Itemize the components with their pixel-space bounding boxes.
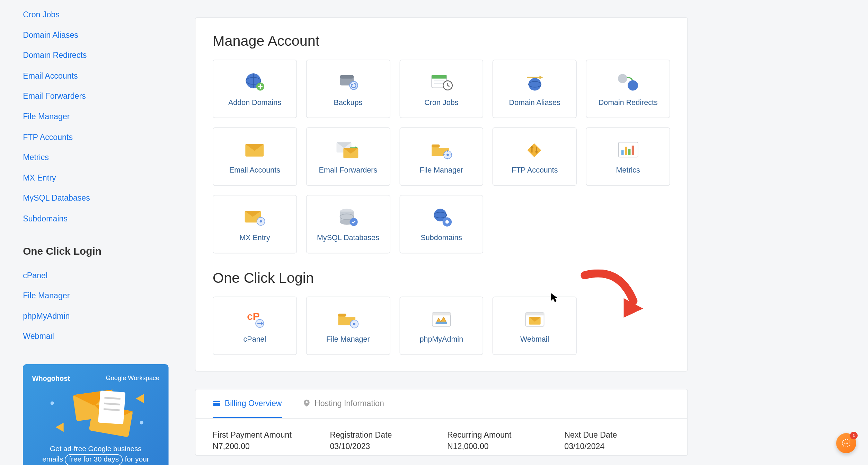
- card-cron-jobs[interactable]: Cron Jobs: [399, 60, 484, 118]
- sidebar-link-metrics[interactable]: Metrics: [23, 148, 172, 168]
- card-file-manager[interactable]: File Manager: [399, 127, 484, 186]
- tab-billing-overview[interactable]: Billing Overview: [213, 389, 282, 418]
- card-email-forwarders[interactable]: Email Forwarders: [306, 127, 390, 186]
- login-card-grid: cP cPanel File Manager phpMyAdmin: [213, 297, 670, 355]
- chat-fab[interactable]: 1: [836, 433, 856, 453]
- svg-point-25: [529, 78, 541, 90]
- card-label: Domain Aliases: [509, 98, 560, 106]
- svg-rect-49: [625, 147, 627, 155]
- card-domain-aliases[interactable]: Domain Aliases: [493, 60, 577, 118]
- card-mysql-databases[interactable]: MySQL Databases: [306, 195, 390, 254]
- card-webmail[interactable]: Webmail: [493, 297, 577, 355]
- svg-line-7: [104, 409, 119, 410]
- svg-point-85: [846, 443, 847, 444]
- card-label: Addon Domains: [228, 98, 281, 106]
- card-label: Webmail: [520, 335, 549, 343]
- svg-marker-9: [136, 394, 144, 403]
- svg-point-17: [350, 81, 358, 89]
- sidebar-heading-one-click-login: One Click Login: [23, 245, 172, 257]
- sidebar-link-mysql-databases[interactable]: MySQL Databases: [23, 188, 172, 209]
- calendar-clock-icon: [429, 71, 454, 92]
- main-content: Manage Account Addon Domains Backups: [195, 0, 688, 465]
- sidebar-login-cpanel[interactable]: cPanel: [23, 265, 172, 286]
- card-label: File Manager: [326, 335, 370, 343]
- card-label: Email Forwarders: [319, 165, 378, 174]
- billing-item-label: First Payment Amount: [213, 430, 318, 439]
- svg-rect-75: [525, 312, 544, 315]
- card-label: MX Entry: [239, 233, 270, 242]
- card-metrics[interactable]: Metrics: [586, 127, 670, 186]
- location-icon: [302, 399, 310, 407]
- sidebar: Cron Jobs Domain Aliases Domain Redirect…: [11, 0, 172, 465]
- billing-item-registration-date: Registration Date 03/10/2023: [330, 430, 435, 451]
- sidebar-link-cron-jobs[interactable]: Cron Jobs: [23, 5, 172, 25]
- card-label: phpMyAdmin: [420, 335, 463, 343]
- envelope-icon: [242, 139, 267, 160]
- svg-point-29: [628, 80, 638, 90]
- svg-marker-44: [527, 143, 541, 157]
- billing-item-next-due-date: Next Due Date 03/10/2024: [564, 430, 670, 451]
- card-email-accounts[interactable]: Email Accounts: [213, 127, 297, 186]
- sidebar-link-email-forwarders[interactable]: Email Forwarders: [23, 86, 172, 107]
- card-addon-domains[interactable]: Addon Domains: [213, 60, 297, 118]
- one-click-login-title: One Click Login: [213, 270, 670, 286]
- sidebar-link-file-manager[interactable]: File Manager: [23, 107, 172, 127]
- card-label: cPanel: [243, 335, 266, 343]
- sidebar-link-ftp-accounts[interactable]: FTP Accounts: [23, 127, 172, 148]
- svg-rect-4: [98, 391, 125, 424]
- promo-card[interactable]: Whogohost Google Workspace: [23, 364, 168, 465]
- billing-tabs: Billing Overview Hosting Information: [195, 389, 687, 419]
- card-cpanel[interactable]: cP cPanel: [213, 297, 297, 355]
- svg-point-10: [51, 401, 54, 405]
- svg-point-11: [140, 421, 143, 424]
- svg-rect-72: [432, 312, 451, 315]
- billing-item-value: N12,000.00: [447, 441, 553, 450]
- sidebar-login-webmail[interactable]: Webmail: [23, 326, 172, 347]
- manage-card-grid: Addon Domains Backups Cron Jobs: [213, 60, 670, 253]
- card-label: Metrics: [616, 165, 640, 174]
- sidebar-link-domain-aliases[interactable]: Domain Aliases: [23, 25, 172, 45]
- promo-illustration: [32, 387, 159, 445]
- globe-alias-icon: [522, 71, 547, 92]
- card-mx-entry[interactable]: MX Entry: [213, 195, 297, 254]
- card-subdomains[interactable]: Subdomains: [399, 195, 484, 254]
- svg-rect-50: [628, 149, 630, 155]
- svg-point-39: [446, 153, 449, 156]
- svg-point-86: [847, 443, 848, 444]
- card-label: Domain Redirects: [599, 98, 658, 106]
- card-domain-redirects[interactable]: Domain Redirects: [586, 60, 670, 118]
- sidebar-login-file-manager[interactable]: File Manager: [23, 286, 172, 306]
- card-file-manager-login[interactable]: File Manager: [306, 297, 390, 355]
- billing-item-label: Recurring Amount: [447, 430, 553, 439]
- svg-rect-20: [432, 75, 446, 78]
- envelope-forward-icon: [335, 139, 361, 160]
- card-phpmyadmin[interactable]: phpMyAdmin: [399, 297, 484, 355]
- tab-label: Hosting Information: [315, 398, 384, 407]
- sidebar-link-domain-redirects[interactable]: Domain Redirects: [23, 45, 172, 66]
- card-label: MySQL Databases: [317, 233, 379, 242]
- promo-brand-left: Whogohost: [32, 375, 70, 383]
- svg-marker-8: [56, 423, 64, 432]
- phpmyadmin-icon: [429, 308, 454, 329]
- folder-gear-icon: [335, 308, 361, 329]
- sidebar-link-email-accounts[interactable]: Email Accounts: [23, 66, 172, 86]
- subdomains-icon: [429, 207, 454, 228]
- card-label: Cron Jobs: [424, 98, 458, 106]
- card-backups[interactable]: Backups: [306, 60, 390, 118]
- globe-redirect-icon: [615, 71, 641, 92]
- billing-icon: [213, 399, 221, 407]
- svg-rect-37: [432, 144, 440, 147]
- sidebar-link-subdomains[interactable]: Subdomains: [23, 209, 172, 229]
- sidebar-link-mx-entry[interactable]: MX Entry: [23, 168, 172, 188]
- card-label: FTP Accounts: [512, 165, 558, 174]
- card-ftp-accounts[interactable]: FTP Accounts: [493, 127, 577, 186]
- sidebar-login-phpmyadmin[interactable]: phpMyAdmin: [23, 306, 172, 326]
- ftp-icon: [522, 139, 547, 160]
- card-label: File Manager: [420, 165, 463, 174]
- database-icon: [335, 207, 361, 228]
- svg-rect-73: [436, 322, 447, 324]
- svg-point-27: [618, 74, 627, 83]
- svg-point-64: [445, 220, 449, 223]
- tab-hosting-information[interactable]: Hosting Information: [302, 389, 384, 418]
- billing-item-value: 03/10/2023: [330, 441, 435, 450]
